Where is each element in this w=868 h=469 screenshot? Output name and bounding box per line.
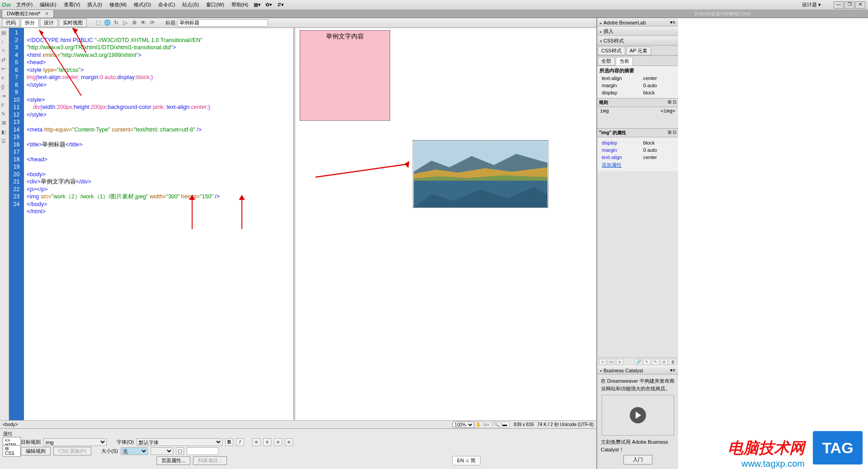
size-unit-select[interactable] — [151, 447, 173, 455]
options-icon[interactable]: ⚙ — [130, 19, 138, 27]
menu-help[interactable]: 帮助(H) — [228, 1, 252, 8]
zoom-tool-icon[interactable]: 🔍 — [493, 422, 500, 428]
gutter-indent-icon[interactable]: ⇥ — [1, 93, 8, 99]
livecode-icon[interactable]: ⬚ — [94, 19, 102, 27]
rules-toggle-icon[interactable]: ⊞ ⊡ — [668, 99, 676, 106]
menu-edit[interactable]: 编辑(E) — [36, 1, 60, 8]
props-mode-css[interactable]: ⊞ CSS — [3, 445, 21, 457]
align-justify-button[interactable]: ≡ — [285, 438, 293, 446]
code-view[interactable]: 123456789101112131415161718192021222324 … — [9, 28, 294, 420]
gutter-recent-icon[interactable]: ◧ — [1, 129, 8, 136]
extend-icon[interactable]: ✿▾ — [265, 2, 274, 8]
menu-site[interactable]: 站点(S) — [179, 1, 203, 8]
view-split-button[interactable]: 拆分 — [21, 19, 39, 27]
table-row[interactable]: displayblock — [600, 89, 675, 96]
zoom-select[interactable]: 100% — [453, 422, 474, 428]
gutter-format-icon[interactable]: ⌘ — [1, 120, 8, 127]
gutter-wand-icon[interactable]: ✧ — [1, 48, 8, 54]
view-design-button[interactable]: 设计 — [40, 19, 58, 27]
gutter-syntax-icon[interactable]: {} — [1, 84, 8, 90]
show-set-icon[interactable]: ⊞ ⊡ — [668, 130, 676, 136]
align-right-button[interactable]: ≡ — [274, 438, 282, 446]
gutter-snippet-icon[interactable]: ✎ — [1, 111, 8, 117]
page-properties-button[interactable]: 页面属性... — [156, 456, 190, 465]
add-property-link[interactable]: 添加属性 — [602, 162, 622, 168]
table-row[interactable]: margin0 auto — [600, 147, 675, 153]
insert-panel-header[interactable]: ▸插入 — [597, 27, 678, 36]
inspect-icon[interactable]: 🌐 — [103, 19, 111, 27]
rule-row[interactable]: img <img> — [597, 107, 678, 115]
edit-icon[interactable]: ✎ — [652, 359, 659, 365]
layout-icon[interactable]: ▦▾ — [254, 2, 262, 8]
css-subtab-current[interactable]: 当前 — [616, 57, 633, 66]
css-tab-ap[interactable]: AP 元素 — [626, 47, 651, 55]
gutter-arrows-icon[interactable]: ⇄ — [1, 57, 8, 63]
view-live-button[interactable]: 实时视图 — [59, 19, 87, 27]
select-tool-icon[interactable]: ▭ — [484, 422, 491, 428]
css-panel-button[interactable]: CSS 面板(P) — [53, 447, 91, 455]
visual-aids-icon[interactable]: 👁 — [139, 19, 147, 27]
table-row[interactable]: text-aligncenter — [600, 75, 675, 81]
edit-rule-button[interactable]: 编辑规则 — [21, 447, 51, 455]
workspace-switcher[interactable]: 设计器 ▾ — [798, 1, 825, 8]
window-minimize-button[interactable]: — — [834, 1, 844, 9]
gutter-open-icon[interactable]: ▤ — [1, 30, 8, 36]
preview-image-selected[interactable] — [413, 140, 548, 208]
gutter-comment-icon[interactable]: # — [1, 102, 8, 108]
view-code-button[interactable]: 代码 — [2, 19, 20, 27]
gutter-highlight-icon[interactable]: ≡ — [1, 75, 8, 81]
title-input[interactable] — [178, 19, 268, 27]
gutter-more-icon[interactable]: ☰ — [1, 138, 8, 145]
bcat-video-thumb[interactable] — [602, 395, 674, 436]
trash-icon[interactable]: 🗑 — [669, 359, 676, 365]
screen-size-icon[interactable]: ▬ — [502, 422, 509, 428]
window-close-button[interactable]: ✕ — [855, 1, 865, 9]
list-icon[interactable]: Az — [608, 359, 615, 365]
table-row[interactable]: text-aligncenter — [600, 154, 675, 160]
size-select[interactable]: 无 — [121, 447, 148, 455]
table-row[interactable]: margin0 auto — [600, 82, 675, 89]
menu-modify[interactable]: 修改(M) — [106, 1, 131, 8]
refresh-live-icon[interactable]: ↻ — [112, 19, 120, 27]
tag-selector[interactable]: <body> — [3, 422, 18, 427]
gutter-collapse-icon[interactable]: ↕ — [1, 39, 8, 45]
refresh-icon[interactable]: ⟳ — [148, 19, 156, 27]
target-rule-select[interactable]: img — [43, 438, 107, 446]
category-icon[interactable]: ≡ — [599, 359, 606, 365]
bcat-start-button[interactable]: 入门 — [623, 455, 652, 464]
ime-indicator[interactable]: EN ♫ 简 — [452, 456, 481, 465]
css-tab-styles[interactable]: CSS样式 — [598, 47, 625, 55]
align-left-button[interactable]: ≡ — [252, 438, 260, 446]
css-subtab-all[interactable]: 全部 — [598, 57, 615, 66]
play-icon[interactable] — [630, 407, 646, 423]
disable-icon[interactable]: ⊘ — [660, 359, 668, 365]
design-view[interactable]: 举例文字内容 — [294, 28, 596, 420]
set-icon[interactable]: ∗ — [616, 359, 623, 365]
color-swatch[interactable]: ▢ — [176, 447, 184, 455]
menu-commands[interactable]: 命令(C) — [155, 1, 179, 8]
color-input[interactable] — [187, 447, 218, 455]
menu-insert[interactable]: 插入(I) — [84, 1, 105, 8]
menu-window[interactable]: 窗口(W) — [203, 1, 228, 8]
menu-file[interactable]: 文件(F) — [13, 1, 36, 8]
document-tab[interactable]: DW教程2.html* ✕ — [2, 9, 54, 18]
gutter-wrap-icon[interactable]: ↩ — [1, 66, 8, 72]
font-select[interactable]: 默认字体 — [137, 438, 222, 446]
new-rule-icon[interactable]: ✎ — [643, 359, 651, 365]
business-catalyst-header[interactable]: ▾Business Catalyst▾≡ — [597, 366, 678, 375]
menu-view[interactable]: 查看(V) — [60, 1, 84, 8]
bold-button[interactable]: B — [225, 438, 233, 446]
preview-div[interactable]: 举例文字内容 — [300, 30, 390, 121]
attach-icon[interactable]: 🔗 — [635, 359, 642, 365]
table-row[interactable]: displayblock — [600, 140, 675, 146]
tab-close-icon[interactable]: ✕ — [45, 11, 49, 16]
hand-tool-icon[interactable]: ✋ — [475, 422, 482, 428]
sync-icon[interactable]: ⇵▾ — [277, 2, 285, 8]
italic-button[interactable]: I — [236, 438, 244, 446]
window-maximize-button[interactable]: ❐ — [844, 1, 854, 9]
align-center-button[interactable]: ≡ — [263, 438, 271, 446]
menu-format[interactable]: 格式(O) — [130, 1, 155, 8]
browserlab-panel-header[interactable]: ▸Adobe BrowserLab▾≡ — [597, 18, 678, 27]
nav-icon[interactable]: ▷ — [121, 19, 129, 27]
css-panel-header[interactable]: ▾CSS样式 — [597, 36, 678, 46]
